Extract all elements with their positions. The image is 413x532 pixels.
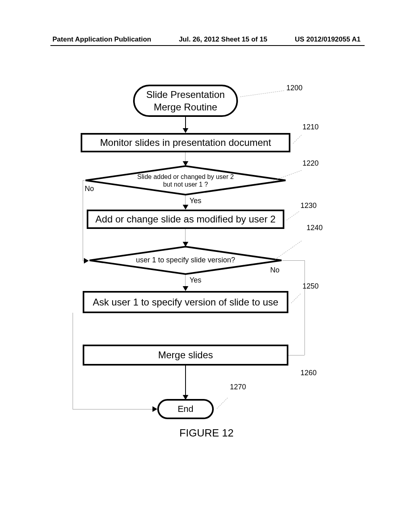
- ref-1250: 1250: [302, 282, 319, 291]
- ref-1230: 1230: [300, 202, 317, 210]
- label-yes-2: Yes: [190, 276, 201, 285]
- header-divider: [50, 45, 365, 46]
- process-ask-user: Ask user 1 to specify version of slide t…: [83, 291, 288, 313]
- decision1-line2: but not user 1 ?: [85, 181, 286, 188]
- process-add-change: Add or change slide as modified by user …: [87, 210, 284, 229]
- label-yes-1: Yes: [190, 197, 201, 205]
- terminator-end: End: [157, 399, 214, 419]
- process-merge: Merge slides: [83, 345, 288, 366]
- ref-1210: 1210: [302, 123, 319, 131]
- header-pubnum: US 2012/0192055 A1: [295, 35, 361, 44]
- ref-1220: 1220: [302, 159, 319, 168]
- ref-1200: 1200: [286, 84, 302, 92]
- ref-1260: 1260: [300, 369, 317, 377]
- decision-specify-version: user 1 to specify slide version?: [89, 246, 282, 275]
- ref-1270: 1270: [230, 383, 246, 391]
- leader-1210: [293, 135, 302, 144]
- decision1-line1: Slide added or changed by user 2: [85, 172, 286, 180]
- terminator-start: Slide Presentation Merge Routine: [133, 85, 238, 117]
- leader-1200: [240, 90, 284, 97]
- label-no-1: No: [85, 185, 94, 193]
- figure-caption: FIGURE 12: [0, 427, 413, 439]
- leader-1230: [286, 211, 299, 220]
- decision2-text: user 1 to specify slide version?: [89, 256, 282, 265]
- ref-1240: 1240: [307, 224, 323, 232]
- leader-1250: [291, 293, 300, 303]
- flowchart: Slide Presentation Merge Routine 1200 Mo…: [48, 81, 367, 451]
- label-no-2: No: [270, 266, 280, 274]
- decision-slide-changed: Slide added or changed by user 2 but not…: [85, 165, 286, 195]
- leader-1270: [217, 398, 228, 409]
- process-monitor: Monitor slides in presentation document: [81, 133, 290, 152]
- header-publication: Patent Application Publication: [52, 35, 151, 44]
- header-date-sheet: Jul. 26, 2012 Sheet 15 of 15: [179, 35, 267, 44]
